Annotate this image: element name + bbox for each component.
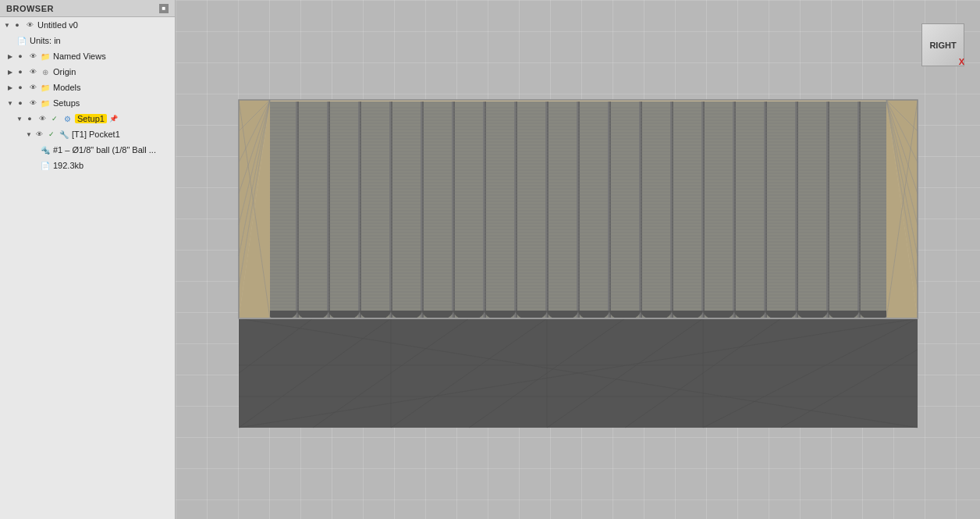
expand-arrow: ▶ bbox=[6, 68, 14, 76]
tree-item-filesize: 📄 192.3kb bbox=[0, 158, 175, 173]
check-icon: ✓ bbox=[49, 113, 60, 124]
tree-item-setup1[interactable]: ▼ ● 👁 ✓ ⚙ Setup1 📌 bbox=[0, 111, 175, 126]
operation-icon: 🔧 bbox=[59, 129, 69, 140]
tree-item-units[interactable]: 📄 Units: in bbox=[0, 33, 175, 48]
eye-icon[interactable]: 👁 bbox=[27, 98, 38, 108]
model-svg bbox=[235, 92, 921, 428]
visibility-icon[interactable]: ● bbox=[15, 66, 26, 77]
expand-arrow: ▼ bbox=[3, 21, 11, 29]
tree-item-models[interactable]: ▶ ● 👁 📁 Models bbox=[0, 80, 175, 95]
expand-arrow: ▼ bbox=[6, 99, 14, 107]
setups-label: Setups bbox=[53, 98, 80, 108]
browser-close-button[interactable]: ■ bbox=[159, 4, 169, 13]
expand-arrow: ▼ bbox=[25, 130, 33, 138]
browser-title: BROWSER bbox=[6, 4, 54, 13]
browser-header: BROWSER ■ bbox=[0, 0, 175, 17]
eye-icon[interactable]: 👁 bbox=[27, 51, 38, 62]
folder-icon: 📁 bbox=[40, 51, 51, 62]
origin-icon: ⊕ bbox=[40, 66, 51, 77]
x-axis-label: X bbox=[959, 57, 964, 66]
expand-arrow: ▼ bbox=[16, 115, 23, 123]
eye-icon[interactable]: 👁 bbox=[24, 20, 35, 30]
visibility-icon[interactable]: ● bbox=[15, 82, 26, 93]
visibility-icon[interactable]: ● bbox=[15, 51, 26, 62]
eye-icon[interactable]: 👁 bbox=[37, 113, 48, 124]
folder-icon: 📁 bbox=[40, 98, 51, 108]
axis-indicator: Z RIGHT X bbox=[918, 23, 964, 70]
document-icon: 📄 bbox=[16, 35, 27, 46]
tree-item-setups[interactable]: ▼ ● 👁 📁 Setups bbox=[0, 95, 175, 111]
tree-item-pocket1[interactable]: ▼ 👁 ✓ 🔧 [T1] Pocket1 bbox=[0, 126, 175, 142]
eye-icon[interactable]: 👁 bbox=[27, 82, 38, 93]
expand-arrow: ▶ bbox=[6, 84, 14, 91]
root-label: Untitled v0 bbox=[37, 20, 78, 30]
viewport[interactable]: Z RIGHT X bbox=[176, 0, 980, 519]
expand-arrow: ▶ bbox=[6, 52, 14, 60]
visibility-icon[interactable]: ● bbox=[24, 113, 35, 124]
tree-item-root[interactable]: ▼ ● 👁 Untitled v0 bbox=[0, 17, 175, 33]
tree-item-origin[interactable]: ▶ ● 👁 ⊕ Origin bbox=[0, 64, 175, 80]
pocket1-label: [T1] Pocket1 bbox=[72, 130, 120, 139]
browser-panel: BROWSER ■ ▼ ● 👁 Untitled v0 📄 Units: in … bbox=[0, 0, 176, 519]
visibility-icon[interactable]: ● bbox=[12, 20, 23, 30]
pin-icon: 📌 bbox=[108, 113, 119, 124]
model-container bbox=[235, 92, 921, 428]
file-icon: 📄 bbox=[40, 160, 51, 171]
eye-icon[interactable]: 👁 bbox=[34, 129, 44, 140]
tool-label: #1 – Ø1/8" ball (1/8" Ball ... bbox=[53, 145, 156, 155]
tree-item-named-views[interactable]: ▶ ● 👁 📁 Named Views bbox=[0, 48, 175, 64]
filesize-label: 192.3kb bbox=[53, 161, 83, 170]
setup-icon: ⚙ bbox=[62, 113, 73, 124]
folder-icon: 📁 bbox=[40, 82, 51, 93]
visibility-icon[interactable]: ● bbox=[15, 98, 26, 108]
eye-icon[interactable]: 👁 bbox=[27, 66, 38, 77]
tool-icon: 🔩 bbox=[40, 144, 51, 155]
units-label: Units: in bbox=[30, 36, 61, 45]
models-label: Models bbox=[53, 83, 80, 92]
named-views-label: Named Views bbox=[53, 52, 106, 61]
check-icon: ✓ bbox=[46, 129, 57, 140]
tree-item-tool[interactable]: 🔩 #1 – Ø1/8" ball (1/8" Ball ... bbox=[0, 142, 175, 158]
origin-label: Origin bbox=[53, 67, 76, 76]
close-icon: ■ bbox=[162, 5, 166, 12]
setup1-label: Setup1 bbox=[75, 114, 107, 123]
toolpath-area bbox=[270, 101, 886, 318]
